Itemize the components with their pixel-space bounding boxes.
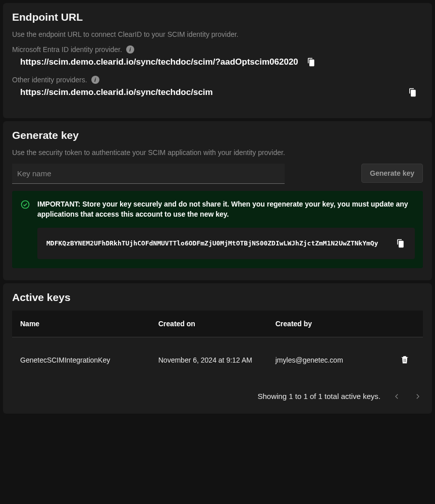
active-keys-table: Name Created on Created by GenetecSCIMIn… <box>12 311 423 383</box>
other-url: https://scim.demo.clearid.io/sync/techdo… <box>20 87 213 97</box>
check-circle-icon <box>20 199 30 210</box>
cell-created-on: November 6, 2024 at 9:12 AM <box>150 337 267 383</box>
copy-icon[interactable] <box>407 87 418 98</box>
table-header-row: Name Created on Created by <box>12 311 423 337</box>
copy-icon[interactable] <box>305 57 316 68</box>
col-created-by: Created by <box>267 311 376 337</box>
generated-key-value: MDFKQzBYNEM2UFhDRkhTUjhCOFdNMUVTTlo6ODFm… <box>46 238 387 248</box>
endpoint-card: Endpoint URL Use the endpoint URL to con… <box>3 3 432 118</box>
table-row: GenetecSCIMIntegrationKey November 6, 20… <box>12 337 423 383</box>
generate-card: Generate key Use the security token to a… <box>3 121 432 280</box>
generate-desc: Use the security token to authenticate y… <box>12 148 423 157</box>
pager-text: Showing 1 to 1 of 1 total active keys. <box>258 392 380 400</box>
pager: Showing 1 to 1 of 1 total active keys. <box>12 391 423 401</box>
other-label: Other identity providers. <box>12 76 87 84</box>
cell-actions <box>376 337 423 383</box>
info-icon[interactable]: i <box>126 45 134 54</box>
entra-url: https://scim.demo.clearid.io/sync/techdo… <box>20 57 298 67</box>
col-actions <box>376 311 423 337</box>
chevron-right-icon[interactable] <box>413 391 423 401</box>
entra-url-row: https://scim.demo.clearid.io/sync/techdo… <box>12 57 423 68</box>
col-created-on: Created on <box>150 311 267 337</box>
active-keys-title: Active keys <box>12 291 423 304</box>
generate-title: Generate key <box>12 129 423 141</box>
trash-icon[interactable] <box>400 355 411 366</box>
generate-key-button[interactable]: Generate key <box>361 164 423 183</box>
alert-text: IMPORTANT: Store your key securely and d… <box>37 199 415 220</box>
svg-point-0 <box>22 201 29 209</box>
other-url-row: https://scim.demo.clearid.io/sync/techdo… <box>12 87 423 98</box>
generate-form: Generate key <box>12 164 423 184</box>
chevron-left-icon[interactable] <box>392 391 402 401</box>
col-name: Name <box>12 311 150 337</box>
generated-key-box: MDFKQzBYNEM2UFhDRkhTUjhCOFdNMUVTTlo6ODFm… <box>37 228 415 259</box>
entra-label-row: Microsoft Entra ID identity provider. i <box>12 45 423 54</box>
endpoint-title: Endpoint URL <box>12 11 423 23</box>
alert-header: IMPORTANT: Store your key securely and d… <box>20 199 415 220</box>
copy-icon[interactable] <box>395 238 406 249</box>
other-label-row: Other identity providers. i <box>12 76 423 84</box>
endpoint-desc: Use the endpoint URL to connect ClearID … <box>12 30 423 38</box>
cell-name: GenetecSCIMIntegrationKey <box>12 337 150 383</box>
key-alert: IMPORTANT: Store your key securely and d… <box>12 191 423 268</box>
cell-created-by: jmyles@genetec.com <box>267 337 376 383</box>
info-icon[interactable]: i <box>91 76 99 84</box>
entra-label: Microsoft Entra ID identity provider. <box>12 45 122 54</box>
active-keys-card: Active keys Name Created on Created by G… <box>3 283 432 414</box>
key-name-input[interactable] <box>12 164 285 184</box>
